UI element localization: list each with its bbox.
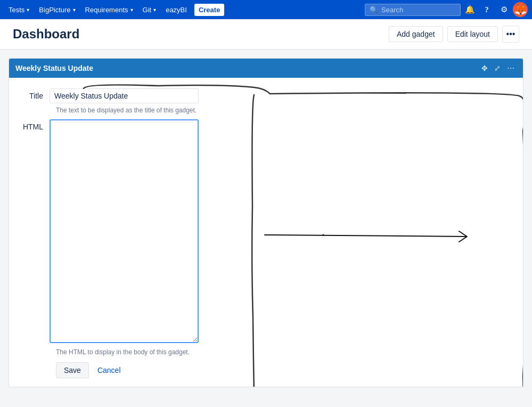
title-label: Title bbox=[18, 88, 50, 100]
html-label: HTML bbox=[18, 119, 50, 131]
html-hint: The HTML to display in the body of this … bbox=[56, 348, 514, 356]
chevron-down-icon: ▾ bbox=[130, 7, 133, 13]
cancel-button[interactable]: Cancel bbox=[93, 362, 125, 378]
search-icon: 🔍 bbox=[370, 6, 378, 14]
gear-icon: ⚙ bbox=[501, 5, 508, 14]
top-navigation: Tests ▾ BigPicture ▾ Requirements ▾ Git … bbox=[0, 0, 532, 19]
page-header: Dashboard Add gadget Edit layout ••• bbox=[0, 19, 532, 50]
chevron-down-icon: ▾ bbox=[153, 7, 156, 13]
html-form-row: HTML bbox=[18, 119, 514, 343]
nav-item-tests[interactable]: Tests ▾ bbox=[4, 4, 34, 16]
gadget-header: Weekly Status Update ✥ ⤢ ⋯ bbox=[9, 59, 523, 78]
bell-icon: 🔔 bbox=[465, 5, 475, 14]
gadget-expand-icon[interactable]: ⤢ bbox=[492, 63, 503, 74]
help-button[interactable]: ? bbox=[479, 2, 495, 18]
gadget-header-icons: ✥ ⤢ ⋯ bbox=[479, 63, 517, 74]
header-actions: Add gadget Edit layout ••• bbox=[389, 26, 519, 43]
nav-item-bigpicture[interactable]: BigPicture ▾ bbox=[35, 4, 79, 16]
save-button[interactable]: Save bbox=[56, 362, 89, 378]
page-title: Dashboard bbox=[13, 27, 79, 42]
add-gadget-button[interactable]: Add gadget bbox=[389, 26, 443, 42]
gadget-body: Title The text to be displayed as the ti… bbox=[9, 78, 523, 387]
nav-item-git[interactable]: Git ▾ bbox=[138, 4, 161, 16]
title-form-row: Title bbox=[18, 88, 514, 103]
chevron-down-icon: ▾ bbox=[27, 7, 29, 13]
help-icon: ? bbox=[485, 5, 489, 14]
create-button[interactable]: Create bbox=[194, 4, 224, 16]
gadget-panel: Weekly Status Update ✥ ⤢ ⋯ Title The tex… bbox=[9, 58, 523, 387]
title-input[interactable] bbox=[50, 88, 199, 103]
gadget-move-icon[interactable]: ✥ bbox=[479, 63, 490, 74]
avatar-image: 🦊 bbox=[514, 2, 527, 17]
gadget-title: Weekly Status Update bbox=[15, 64, 93, 72]
title-hint: The text to be displayed as the title of… bbox=[56, 107, 514, 114]
nav-item-eazybi[interactable]: eazyBI bbox=[161, 4, 191, 16]
more-icon: ••• bbox=[506, 29, 515, 39]
more-options-button[interactable]: ••• bbox=[502, 26, 519, 43]
notifications-button[interactable]: 🔔 bbox=[462, 2, 478, 18]
gadget-more-icon[interactable]: ⋯ bbox=[505, 63, 517, 74]
search-input[interactable] bbox=[381, 6, 451, 14]
settings-button[interactable]: ⚙ bbox=[496, 2, 512, 18]
avatar[interactable]: 🦊 bbox=[513, 2, 528, 17]
edit-layout-button[interactable]: Edit layout bbox=[447, 26, 498, 42]
form-actions: Save Cancel bbox=[56, 362, 514, 378]
html-textarea[interactable] bbox=[50, 119, 199, 343]
chevron-down-icon: ▾ bbox=[73, 7, 76, 13]
search-box[interactable]: 🔍 bbox=[365, 4, 461, 16]
nav-item-requirements[interactable]: Requirements ▾ bbox=[81, 4, 137, 16]
